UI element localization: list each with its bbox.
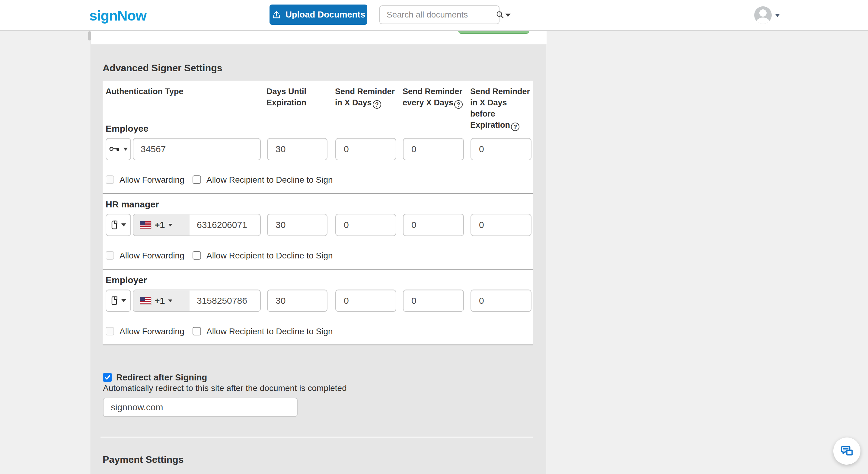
upload-button-label: Upload Documents xyxy=(285,10,365,20)
redirect-url-input[interactable] xyxy=(103,398,297,416)
avatar[interactable] xyxy=(754,6,772,24)
chat-fab-button[interactable] xyxy=(833,438,861,465)
key-icon xyxy=(109,145,120,153)
allow-forwarding-checkbox[interactable] xyxy=(105,251,114,260)
reminder-before-expiration-field xyxy=(470,138,531,160)
chevron-down-icon xyxy=(168,299,172,302)
phone-icon xyxy=(111,220,119,230)
reminder-before-expiration-field xyxy=(470,290,531,312)
person-icon xyxy=(760,9,767,17)
redirect-after-signing-checkbox[interactable] xyxy=(103,373,112,382)
chat-icon xyxy=(840,444,854,458)
allow-forwarding-checkbox[interactable] xyxy=(105,327,114,335)
previous-section-bottom xyxy=(91,31,547,45)
allow-decline-label: Allow Recipient to Decline to Sign xyxy=(207,327,333,336)
reminder-before-expiration-input[interactable] xyxy=(471,139,531,160)
upload-icon xyxy=(272,10,281,20)
reminder-in-days-input[interactable] xyxy=(336,139,396,160)
country-code: +1 xyxy=(155,296,165,306)
top-navbar: signNow Upload Documents xyxy=(0,0,868,31)
reminder-in-days-field xyxy=(335,290,396,312)
reminder-before-expiration-input[interactable] xyxy=(471,290,531,311)
help-icon[interactable] xyxy=(454,100,463,109)
search-options-caret-icon[interactable] xyxy=(505,13,511,17)
phone-field: +1 xyxy=(133,290,261,312)
settings-panel: Advanced Signer Settings Authentication … xyxy=(91,31,546,474)
auth-value-field xyxy=(133,138,261,160)
search-box xyxy=(379,5,499,24)
chevron-down-icon xyxy=(121,224,126,227)
days-until-expiration-input[interactable] xyxy=(268,290,327,311)
us-flag-icon xyxy=(140,297,151,304)
allow-decline-label: Allow Recipient to Decline to Sign xyxy=(207,251,333,260)
days-until-expiration-input[interactable] xyxy=(268,214,327,236)
search-input[interactable] xyxy=(380,10,496,20)
advanced-signer-settings-title: Advanced Signer Settings xyxy=(103,62,222,74)
allow-forwarding-label: Allow Forwarding xyxy=(120,175,184,184)
green-button-partially-visible[interactable] xyxy=(458,31,529,34)
checkbox-row: Allow Forwarding Allow Recipient to Decl… xyxy=(103,175,533,185)
redirect-description: Automatically redirect to this site afte… xyxy=(103,383,347,393)
reminder-in-days-field xyxy=(335,214,396,236)
auth-type-dropdown[interactable] xyxy=(105,138,131,160)
signer-row-employer: Employer +1 xyxy=(103,270,533,345)
country-code-dropdown[interactable]: +1 xyxy=(133,290,189,311)
signer-row-employee: Employee xyxy=(103,118,533,194)
reminder-every-days-field xyxy=(403,138,464,160)
signnow-logo[interactable]: signNow xyxy=(89,7,146,24)
reminder-in-days-input[interactable] xyxy=(336,214,396,236)
signer-settings-table: Authentication Type Days Until Expiratio… xyxy=(103,81,533,345)
allow-forwarding-label: Allow Forwarding xyxy=(120,327,184,336)
auth-value-input[interactable] xyxy=(133,139,260,160)
allow-decline-checkbox[interactable] xyxy=(192,251,201,260)
account-menu-caret-icon[interactable] xyxy=(775,14,780,17)
page: signNow Upload Documents Advanced Signer… xyxy=(0,0,868,474)
reminder-every-days-field xyxy=(403,214,464,236)
help-icon[interactable] xyxy=(373,100,381,109)
days-until-expiration-field xyxy=(267,138,328,160)
chevron-down-icon xyxy=(168,224,172,227)
country-code: +1 xyxy=(155,220,165,230)
upload-documents-button[interactable]: Upload Documents xyxy=(270,4,367,25)
payment-settings-title: Payment Settings xyxy=(103,454,184,465)
us-flag-icon xyxy=(140,221,151,229)
scrollbar-thumb[interactable] xyxy=(88,31,91,40)
signer-name: HR manager xyxy=(105,199,159,210)
auth-type-dropdown[interactable] xyxy=(105,214,131,236)
reminder-in-days-field xyxy=(335,138,396,160)
chevron-down-icon xyxy=(121,299,126,302)
allow-decline-checkbox[interactable] xyxy=(192,175,201,184)
reminder-every-days-input[interactable] xyxy=(404,214,463,236)
search-icon[interactable] xyxy=(496,10,505,19)
col-authentication-type: Authentication Type xyxy=(105,86,250,97)
allow-decline-label: Allow Recipient to Decline to Sign xyxy=(207,175,333,184)
reminder-in-days-input[interactable] xyxy=(336,290,396,311)
col-send-reminder-in-x-days: Send Reminder in X Days xyxy=(335,86,397,109)
country-code-dropdown[interactable]: +1 xyxy=(133,214,189,236)
reminder-every-days-field xyxy=(403,290,464,312)
col-send-reminder-every-x-days: Send Reminder every X Days xyxy=(403,86,469,109)
chevron-down-icon xyxy=(123,148,128,151)
auth-type-dropdown[interactable] xyxy=(105,290,131,312)
allow-decline-checkbox[interactable] xyxy=(192,327,201,335)
reminder-every-days-input[interactable] xyxy=(404,290,463,311)
phone-field: +1 xyxy=(133,214,261,236)
reminder-before-expiration-field xyxy=(470,214,531,236)
col-days-until-expiration: Days Until Expiration xyxy=(267,86,332,108)
check-icon xyxy=(104,374,111,381)
reminder-every-days-input[interactable] xyxy=(404,139,463,160)
days-until-expiration-field xyxy=(267,290,328,312)
phone-number-input[interactable] xyxy=(189,214,260,236)
signer-row-hr-manager: HR manager +1 xyxy=(103,194,533,270)
allow-forwarding-checkbox[interactable] xyxy=(105,175,114,184)
allow-forwarding-label: Allow Forwarding xyxy=(120,251,184,260)
table-header-row: Authentication Type Days Until Expiratio… xyxy=(103,81,533,118)
days-until-expiration-field xyxy=(267,214,328,236)
section-divider xyxy=(100,437,533,438)
phone-number-input[interactable] xyxy=(189,290,260,311)
reminder-before-expiration-input[interactable] xyxy=(471,214,531,236)
days-until-expiration-input[interactable] xyxy=(268,139,327,160)
signer-name: Employer xyxy=(105,275,147,285)
checkbox-row: Allow Forwarding Allow Recipient to Decl… xyxy=(103,327,533,337)
checkbox-row: Allow Forwarding Allow Recipient to Decl… xyxy=(103,251,533,261)
